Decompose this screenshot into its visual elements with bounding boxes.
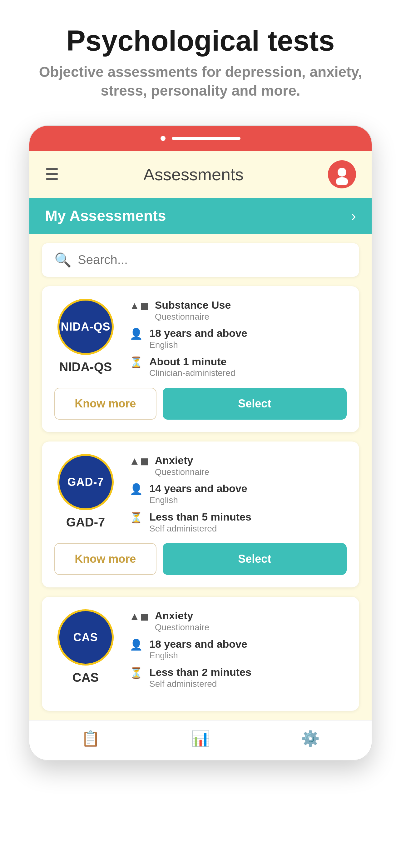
category-icon-3: ▲◼ (129, 610, 149, 622)
search-input[interactable] (78, 253, 347, 267)
card-gad-7-top: GAD-7 GAD-7 ▲◼ Anxiety Questionnaire 👤 (54, 454, 347, 534)
status-bar (29, 126, 372, 151)
card-cas-logo-section: CAS CAS (54, 609, 117, 689)
duration-icon-2: ⏳ (129, 511, 143, 524)
cas-logo-text: CAS (73, 631, 98, 644)
cas-logo: CAS (58, 609, 114, 665)
page-header: Psychological tests Objective assessment… (0, 0, 401, 113)
gad-7-details: ▲◼ Anxiety Questionnaire 👤 14 years and … (129, 454, 347, 534)
cas-category-sub: Questionnaire (155, 622, 209, 633)
gad-7-logo-text: GAD-7 (67, 475, 104, 489)
status-dot (161, 136, 166, 141)
nav-assessments-icon: 📋 (81, 730, 100, 747)
my-assessments-label: My Assessments (45, 207, 166, 224)
svg-point-1 (338, 168, 346, 177)
chevron-right-icon: › (351, 207, 356, 224)
nida-qs-duration-row: ⏳ About 1 minute Clinician-administered (129, 355, 347, 378)
search-icon: 🔍 (54, 252, 71, 268)
nida-qs-category-sub: Questionnaire (155, 312, 231, 322)
nida-qs-select-button[interactable]: Select (163, 388, 347, 420)
gad-7-duration: Less than 5 minutes (149, 510, 252, 523)
cas-details: ▲◼ Anxiety Questionnaire 👤 18 years and … (129, 609, 347, 689)
category-icon: ▲◼ (129, 299, 149, 312)
nida-qs-know-more-button[interactable]: Know more (54, 388, 157, 420)
gad-7-age-row: 👤 14 years and above English (129, 482, 347, 505)
gad-7-category: Anxiety (155, 454, 209, 467)
nida-qs-age-row: 👤 18 years and above English (129, 327, 347, 350)
card-cas: CAS CAS ▲◼ Anxiety Questionnaire 👤 (42, 597, 359, 711)
nida-qs-age: 18 years and above (149, 327, 247, 340)
card-gad-7-logo-section: GAD-7 GAD-7 (54, 454, 117, 534)
age-icon-2: 👤 (129, 483, 143, 495)
nav-item-assessments[interactable]: 📋 (81, 730, 100, 747)
nav-settings-icon: ⚙️ (301, 730, 320, 747)
cas-admin: Self administered (149, 679, 252, 689)
gad-7-know-more-button[interactable]: Know more (54, 543, 157, 575)
cas-duration-row: ⏳ Less than 2 minutes Self administered (129, 666, 347, 689)
app-header: ☰ Assessments (29, 151, 372, 198)
gad-7-actions: Know more Select (54, 543, 347, 575)
category-icon-2: ▲◼ (129, 455, 149, 467)
nida-qs-duration: About 1 minute (149, 355, 235, 368)
cas-age: 18 years and above (149, 638, 247, 651)
cas-category: Anxiety (155, 609, 209, 622)
nida-qs-category: Substance Use (155, 299, 231, 312)
main-content: 🔍 NIDA-QS NIDA-QS ▲◼ Substance Use (29, 234, 372, 720)
nida-qs-logo: NIDA-QS (58, 299, 114, 355)
nav-stats-icon: 📊 (191, 730, 210, 747)
nida-qs-category-row: ▲◼ Substance Use Questionnaire (129, 299, 347, 322)
status-line (172, 137, 240, 140)
gad-7-admin: Self administered (149, 523, 252, 534)
chat-avatar[interactable] (328, 160, 356, 188)
duration-icon-3: ⏳ (129, 666, 143, 679)
gad-7-category-sub: Questionnaire (155, 467, 209, 477)
gad-7-age: 14 years and above (149, 482, 247, 495)
status-bar-dots (161, 136, 240, 141)
nav-item-settings[interactable]: ⚙️ (301, 730, 320, 747)
my-assessments-banner[interactable]: My Assessments › (29, 198, 372, 234)
nida-qs-actions: Know more Select (54, 388, 347, 420)
cas-age-row: 👤 18 years and above English (129, 638, 347, 661)
phone-mockup: ☰ Assessments My Assessments › 🔍 NIDA (29, 125, 372, 761)
page-subtitle: Objective assessments for depression, an… (19, 63, 382, 100)
page-title: Psychological tests (19, 25, 382, 57)
search-bar: 🔍 (42, 243, 359, 277)
gad-7-select-button[interactable]: Select (163, 543, 347, 575)
hamburger-icon[interactable]: ☰ (45, 165, 59, 183)
duration-icon: ⏳ (129, 356, 143, 368)
age-icon-3: 👤 (129, 638, 143, 651)
nav-item-stats[interactable]: 📊 (191, 730, 210, 747)
gad-7-duration-row: ⏳ Less than 5 minutes Self administered (129, 510, 347, 534)
card-gad-7: GAD-7 GAD-7 ▲◼ Anxiety Questionnaire 👤 (42, 441, 359, 587)
nida-qs-logo-text: NIDA-QS (61, 320, 110, 333)
cas-name: CAS (72, 671, 99, 685)
app-title: Assessments (143, 165, 244, 184)
nida-qs-details: ▲◼ Substance Use Questionnaire 👤 18 year… (129, 299, 347, 378)
gad-7-logo: GAD-7 (58, 454, 114, 510)
card-cas-top: CAS CAS ▲◼ Anxiety Questionnaire 👤 (54, 609, 347, 689)
cas-language: English (149, 650, 247, 661)
card-nida-qs-logo-section: NIDA-QS NIDA-QS (54, 299, 117, 378)
cas-category-row: ▲◼ Anxiety Questionnaire (129, 609, 347, 632)
age-icon: 👤 (129, 328, 143, 340)
nida-qs-admin: Clinician-administered (149, 368, 235, 378)
cas-duration: Less than 2 minutes (149, 666, 252, 679)
nida-qs-name: NIDA-QS (59, 360, 112, 374)
gad-7-language: English (149, 495, 247, 505)
card-nida-qs-top: NIDA-QS NIDA-QS ▲◼ Substance Use Questio… (54, 299, 347, 378)
card-nida-qs: NIDA-QS NIDA-QS ▲◼ Substance Use Questio… (42, 286, 359, 432)
gad-7-category-row: ▲◼ Anxiety Questionnaire (129, 454, 347, 477)
avatar-svg (331, 163, 353, 185)
gad-7-name: GAD-7 (66, 515, 105, 529)
nida-qs-language: English (149, 340, 247, 350)
bottom-nav: 📋 📊 ⚙️ (29, 720, 372, 760)
